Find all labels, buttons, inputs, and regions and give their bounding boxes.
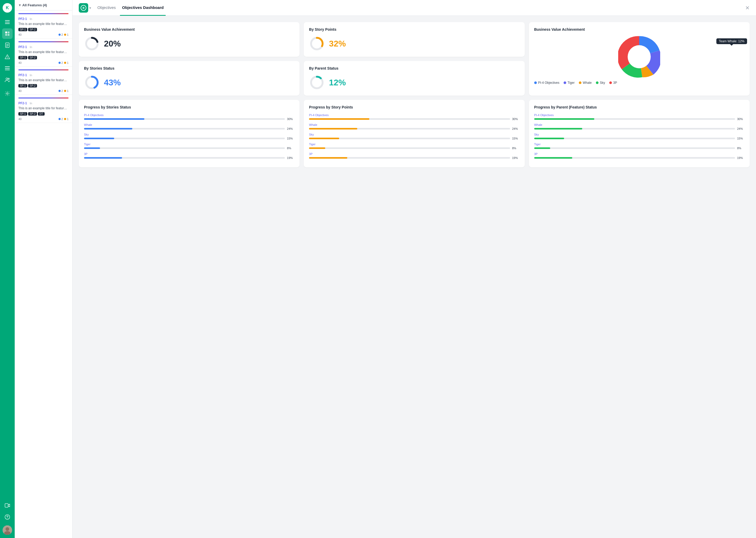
main-area: ▾ Objectives Objectives Dashboard ✕ Busi… — [72, 0, 756, 538]
progress-label-progress-bar-points-4: 3P — [309, 152, 519, 155]
cards-grid: Business Value Achievement 20% By Story … — [79, 22, 750, 167]
feature-card-0[interactable]: PF2-1 In This is an example title for fe… — [15, 11, 72, 39]
list-icon[interactable] — [2, 63, 13, 74]
tag-sp-2-1: SP-2 — [28, 56, 37, 59]
progress-bar-bg-progress-bar-stories-4 — [84, 157, 285, 159]
progress-label-progress-bar-parent-0: PI-4 Objectives — [534, 114, 744, 117]
feature-card-title-0: This is an example title for feature car… — [19, 22, 69, 26]
tag-dt-3: DT — [38, 112, 44, 116]
svg-point-32 — [628, 45, 651, 68]
biz-value-pct: 20% — [104, 39, 121, 49]
feature-cards-list: PF2-1 In This is an example title for fe… — [15, 11, 72, 123]
feature-card-status-1: In — [30, 45, 32, 49]
feature-card-dots-0: 2 1 — [58, 33, 69, 36]
progress-bar-bg-progress-bar-points-0 — [309, 118, 510, 120]
parent-status-donut — [309, 75, 325, 90]
card-story-points: By Story Points 32% — [304, 22, 525, 57]
legend-dot-3p — [609, 81, 612, 84]
progress-bar-row-progress-bar-points-0: 30% — [309, 117, 519, 121]
svg-rect-4 — [8, 31, 10, 33]
document-icon[interactable] — [2, 40, 13, 50]
legend-dot-pi4 — [534, 81, 537, 84]
feature-card-3[interactable]: PF2-1 In This is an example title for fe… — [15, 95, 72, 123]
progress-section-progress-bar-parent-0: PI-4 Objectives 30% — [534, 114, 744, 121]
story-points-donut — [309, 36, 325, 51]
progress-section-progress-bar-parent-1: Whale 24% — [534, 123, 744, 130]
progress-label-progress-bar-points-3: Tiger — [309, 143, 519, 146]
tab-objectives[interactable]: Objectives — [95, 0, 118, 16]
legend-label-whale: Whale — [583, 81, 592, 84]
warning-icon[interactable] — [2, 51, 13, 62]
dot-val-blue-2: 2 — [62, 89, 63, 92]
legend-label-3p: 3P — [613, 81, 617, 84]
progress-bar-row-progress-bar-stories-3: 8% — [84, 146, 294, 150]
user-avatar-bottom[interactable] — [3, 525, 12, 535]
progress-section-progress-bar-points-2: Sky 15% — [309, 133, 519, 140]
feature-card-id-3: PF2-1 — [19, 101, 27, 105]
nav-chevron-icon[interactable]: ▾ — [89, 6, 91, 10]
card-pie-title: Business Value Achievement — [534, 27, 744, 31]
feature-card-bar-2 — [19, 69, 69, 71]
progress-bar-row-progress-bar-stories-4: 19% — [84, 156, 294, 159]
feature-card-status-2: In — [30, 74, 32, 77]
svg-point-16 — [6, 78, 8, 80]
progress-bar-row-progress-bar-stories-1: 24% — [84, 127, 294, 130]
legend-label-pi4: PI-4 Objectives — [538, 81, 559, 84]
card-story-points-title: By Story Points — [309, 27, 519, 31]
feature-card-bar-3 — [19, 97, 69, 98]
app-logo[interactable] — [79, 3, 88, 13]
progress-parent-title: Progress by Parent (Feature) Status — [534, 105, 744, 109]
legend-tiger: Tiger — [564, 81, 575, 84]
dot-blue-3 — [59, 118, 61, 120]
svg-point-23 — [6, 527, 9, 531]
dot-val-blue-3: 2 — [62, 117, 63, 121]
progress-section-progress-bar-parent-2: Sky 15% — [534, 133, 744, 140]
progress-bar-stories-list: PI-4 Objectives 30% Whale 24% Sky — [84, 114, 294, 159]
settings-icon[interactable] — [2, 88, 13, 99]
menu-icon[interactable] — [2, 17, 13, 27]
dot-val-orange-2: 1 — [67, 89, 69, 92]
progress-pct-progress-bar-parent-2: 15% — [737, 137, 744, 140]
progress-stories-title: Progress by Stories Status — [84, 105, 294, 109]
chevron-down-icon[interactable]: ▾ — [19, 3, 21, 7]
progress-bar-points-list: PI-4 Objectives 30% Whale 24% Sky — [309, 114, 519, 159]
progress-bar-fill-progress-bar-stories-2 — [84, 138, 114, 139]
progress-bar-row-progress-bar-stories-0: 30% — [84, 117, 294, 121]
progress-bar-fill-progress-bar-stories-3 — [84, 147, 100, 149]
dot-val-blue-0: 2 — [62, 33, 63, 36]
tab-objectives-dashboard[interactable]: Objectives Dashboard — [120, 0, 165, 16]
card-biz-value-title: Business Value Achievement — [84, 27, 294, 31]
biz-value-donut — [84, 36, 100, 51]
feature-card-dots-1: 2 1 — [58, 61, 69, 64]
feature-card-1[interactable]: PF2-1 In This is an example title for fe… — [15, 39, 72, 67]
feature-card-footer-0: 40 2 1 — [19, 33, 69, 36]
stories-status-donut-row: 43% — [84, 75, 294, 90]
feature-card-id-2: PF2-1 — [19, 73, 27, 77]
parent-status-pct: 12% — [329, 78, 346, 87]
progress-bar-bg-progress-bar-parent-4 — [534, 157, 735, 159]
progress-label-progress-bar-stories-3: Tiger — [84, 143, 294, 146]
people-icon[interactable] — [2, 75, 13, 85]
svg-rect-3 — [5, 31, 7, 33]
progress-pct-progress-bar-parent-4: 19% — [737, 156, 744, 159]
progress-points-title: Progress by Story Points — [309, 105, 519, 109]
dashboard-content: Business Value Achievement 20% By Story … — [72, 16, 756, 538]
close-icon[interactable]: ✕ — [745, 5, 750, 11]
progress-bar-fill-progress-bar-points-0 — [309, 118, 369, 120]
progress-section-progress-bar-parent-3: Tiger 8% — [534, 143, 744, 150]
layers-icon[interactable] — [2, 28, 13, 39]
video-icon[interactable] — [2, 500, 13, 511]
user-avatar-top[interactable]: K — [3, 3, 12, 13]
card-progress-points: Progress by Story Points PI-4 Objectives… — [304, 100, 525, 167]
progress-bar-row-progress-bar-points-4: 19% — [309, 156, 519, 159]
legend-pi4: PI-4 Objectives — [534, 81, 559, 84]
help-icon[interactable] — [2, 512, 13, 522]
svg-rect-6 — [8, 34, 10, 36]
feature-card-2[interactable]: PF2-1 In This is an example title for fe… — [15, 67, 72, 95]
progress-label-progress-bar-parent-1: Whale — [534, 123, 744, 126]
tag-sp-2-3: SP-2 — [28, 112, 37, 116]
progress-label-progress-bar-stories-4: 3P — [84, 152, 294, 155]
progress-bar-row-progress-bar-points-3: 8% — [309, 146, 519, 150]
feature-card-dots-3: 2 1 — [58, 117, 69, 121]
progress-pct-progress-bar-points-0: 30% — [512, 117, 519, 121]
